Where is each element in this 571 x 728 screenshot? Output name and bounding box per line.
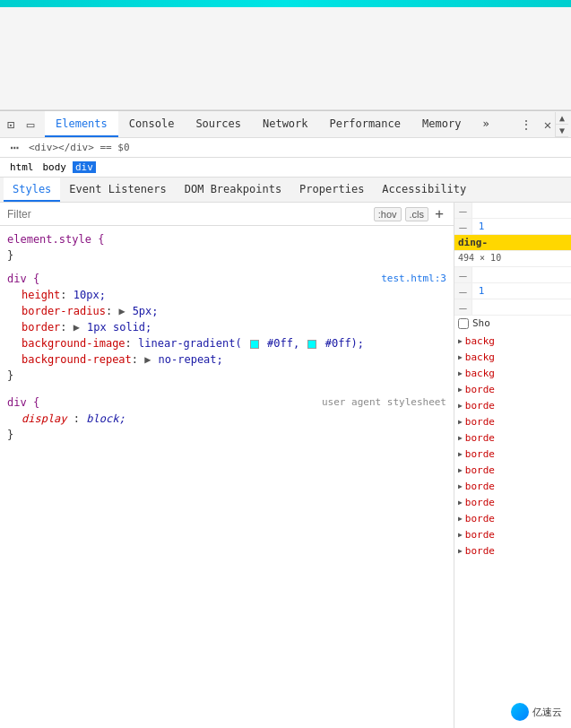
filter-input[interactable] bbox=[7, 208, 374, 221]
rp-label-1 bbox=[472, 203, 571, 218]
prop-borde-9[interactable]: borde bbox=[458, 510, 567, 526]
bg-repeat-triangle[interactable]: ▶ bbox=[144, 351, 151, 368]
prop-borde-8[interactable]: borde bbox=[458, 494, 567, 510]
main-content: :hov .cls + element.style { } bbox=[0, 203, 571, 728]
rp-row-highlight: ding- bbox=[454, 235, 571, 251]
close-devtools-icon[interactable]: ✕ bbox=[541, 117, 555, 132]
prop-backg-3[interactable]: backg bbox=[458, 365, 567, 381]
prop-borde-2[interactable]: borde bbox=[458, 397, 567, 413]
background-image-property-line[interactable]: background-image: linear-gradient( #0ff,… bbox=[7, 335, 446, 351]
top-gradient-bar bbox=[0, 0, 571, 7]
user-agent-block: div { user agent stylesheet display : bl… bbox=[0, 393, 454, 445]
user-agent-close: } bbox=[7, 427, 446, 443]
nav-tab-event-listeners[interactable]: Event Listeners bbox=[60, 178, 175, 202]
rp-row-5: – bbox=[454, 267, 571, 283]
rp-label-7 bbox=[472, 299, 571, 315]
nav-tab-properties[interactable]: Properties bbox=[290, 178, 373, 202]
rp-minus-7[interactable]: – bbox=[454, 299, 472, 315]
element-style-selector: element.style { bbox=[7, 231, 446, 247]
rp-row-size: 494 × 10 bbox=[454, 251, 571, 267]
display-property-line[interactable]: display : block; bbox=[7, 411, 446, 427]
browser-viewport bbox=[0, 7, 571, 110]
devtools-panel: ⊡ ▭ Elements Console Sources Network Per… bbox=[0, 110, 571, 728]
rp-minus-6[interactable]: – bbox=[454, 283, 472, 299]
property-list: backg backg backg borde borde borde bord… bbox=[454, 331, 571, 560]
prop-borde-7[interactable]: borde bbox=[458, 478, 567, 494]
border-radius-property-line[interactable]: border-radius: ▶ 5px; bbox=[7, 303, 446, 319]
breadcrumb-menu-icon[interactable]: ⋯ bbox=[7, 141, 22, 155]
rp-number-2[interactable]: 1 bbox=[472, 219, 490, 234]
scroll-down-arrow[interactable]: ▼ bbox=[556, 125, 568, 137]
rp-row-2: – 1 bbox=[454, 219, 571, 235]
prop-borde-6[interactable]: borde bbox=[458, 462, 567, 478]
rp-label-2 bbox=[490, 219, 571, 234]
more-options-icon[interactable]: ⋮ bbox=[519, 117, 533, 132]
border-property-line[interactable]: border: ▶ 1px solid; bbox=[7, 319, 446, 335]
prop-borde-11[interactable]: borde bbox=[458, 542, 567, 559]
css-source-link[interactable]: test.html:3 bbox=[381, 271, 446, 287]
div-selector-line: div { test.html:3 bbox=[7, 271, 446, 287]
show-checkbox[interactable] bbox=[458, 318, 469, 329]
prop-borde-4[interactable]: borde bbox=[458, 429, 567, 446]
nav-tab-accessibility[interactable]: Accessibility bbox=[373, 178, 475, 202]
height-property-line[interactable]: height: 10px; bbox=[7, 287, 446, 303]
styles-panel: :hov .cls + element.style { } bbox=[0, 203, 454, 728]
rp-row-6: – 1 bbox=[454, 283, 571, 299]
device-toolbar-icon[interactable]: ▭ bbox=[23, 117, 38, 132]
tab-more[interactable]: » bbox=[472, 111, 499, 137]
rp-minus-5[interactable]: – bbox=[454, 267, 472, 282]
user-agent-selector-line: div { user agent stylesheet bbox=[7, 394, 446, 411]
tab-memory[interactable]: Memory bbox=[411, 111, 472, 137]
div-block-close: } bbox=[7, 368, 446, 384]
nav-tab-dom-breakpoints[interactable]: DOM Breakpoints bbox=[176, 178, 290, 202]
breadcrumb-code: <div></div> == $0 bbox=[29, 142, 130, 153]
prop-backg-2[interactable]: backg bbox=[458, 349, 567, 365]
add-style-rule-icon[interactable]: + bbox=[432, 207, 446, 221]
devtools-header: ⊡ ▭ Elements Console Sources Network Per… bbox=[0, 111, 571, 138]
prop-borde-10[interactable]: borde bbox=[458, 526, 567, 542]
color-swatch-1[interactable] bbox=[250, 340, 259, 349]
prop-backg-1[interactable]: backg bbox=[458, 333, 567, 349]
rp-label-6 bbox=[490, 283, 571, 299]
tab-network[interactable]: Network bbox=[252, 111, 319, 137]
devtools-tabs: Elements Console Sources Network Perform… bbox=[45, 111, 519, 137]
rp-label-highlight: ding- bbox=[454, 235, 571, 250]
inspect-element-icon[interactable]: ⊡ bbox=[4, 117, 18, 132]
scroll-arrows: ▲ ▼ bbox=[555, 112, 567, 137]
devtools-header-right: ⋮ ✕ bbox=[519, 117, 555, 132]
rp-minus-2[interactable]: – bbox=[454, 219, 472, 234]
prop-borde-1[interactable]: borde bbox=[458, 381, 567, 397]
border-expand-triangle[interactable]: ▶ bbox=[74, 319, 81, 335]
rp-number-6[interactable]: 1 bbox=[472, 283, 490, 299]
watermark: 亿速云 bbox=[511, 703, 562, 721]
rp-size-label: 494 × 10 bbox=[454, 251, 571, 266]
show-row: Sho bbox=[454, 316, 571, 331]
breadcrumb: ⋯ <div></div> == $0 bbox=[0, 138, 571, 158]
path-div[interactable]: div bbox=[73, 161, 96, 173]
element-style-block: element.style { } bbox=[0, 230, 454, 265]
nav-tab-styles[interactable]: Styles bbox=[4, 178, 60, 202]
tab-performance[interactable]: Performance bbox=[319, 111, 411, 137]
tab-sources[interactable]: Sources bbox=[185, 111, 252, 137]
show-label: Sho bbox=[472, 317, 490, 329]
tab-console[interactable]: Console bbox=[118, 111, 186, 137]
color-swatch-2[interactable] bbox=[307, 340, 316, 349]
rp-label-5 bbox=[472, 267, 571, 282]
cls-button[interactable]: .cls bbox=[405, 207, 429, 221]
background-repeat-property-line[interactable]: background-repeat: ▶ no-repeat; bbox=[7, 351, 446, 368]
tab-elements[interactable]: Elements bbox=[45, 111, 118, 137]
scroll-up-arrow[interactable]: ▲ bbox=[556, 112, 568, 125]
filter-bar: :hov .cls + bbox=[0, 203, 454, 226]
hov-button[interactable]: :hov bbox=[374, 207, 402, 221]
devtools-icons: ⊡ ▭ bbox=[4, 117, 38, 132]
path-html[interactable]: html bbox=[7, 161, 37, 173]
div-style-block: div { test.html:3 height: 10px; border-r… bbox=[0, 269, 454, 386]
prop-borde-3[interactable]: borde bbox=[458, 413, 567, 429]
user-agent-source: user agent stylesheet bbox=[322, 394, 446, 411]
element-style-close: } bbox=[7, 247, 446, 264]
expand-triangle[interactable]: ▶ bbox=[118, 303, 125, 319]
watermark-text: 亿速云 bbox=[532, 706, 562, 719]
prop-borde-5[interactable]: borde bbox=[458, 446, 567, 462]
path-body[interactable]: body bbox=[40, 161, 70, 173]
rp-minus-1[interactable]: – bbox=[454, 203, 472, 218]
